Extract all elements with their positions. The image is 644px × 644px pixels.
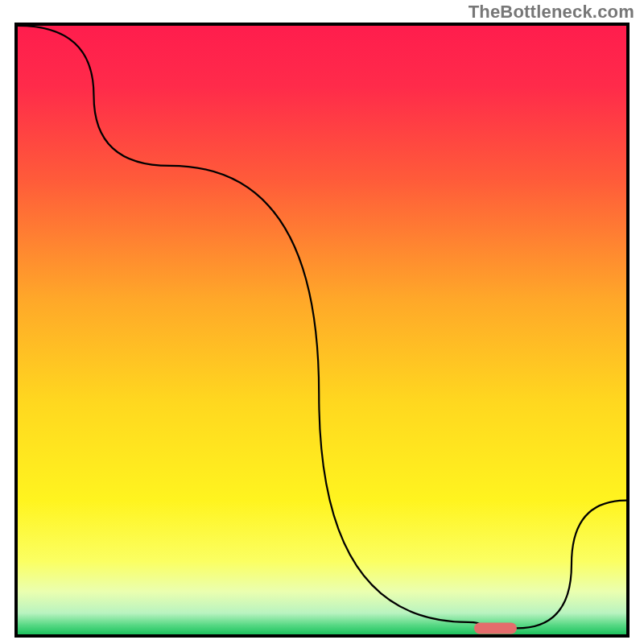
chart-svg <box>18 26 626 634</box>
watermark-text: TheBottleneck.com <box>469 2 634 23</box>
bottleneck-chart <box>14 23 630 638</box>
gradient-background <box>18 26 626 634</box>
optimal-marker <box>474 622 517 634</box>
